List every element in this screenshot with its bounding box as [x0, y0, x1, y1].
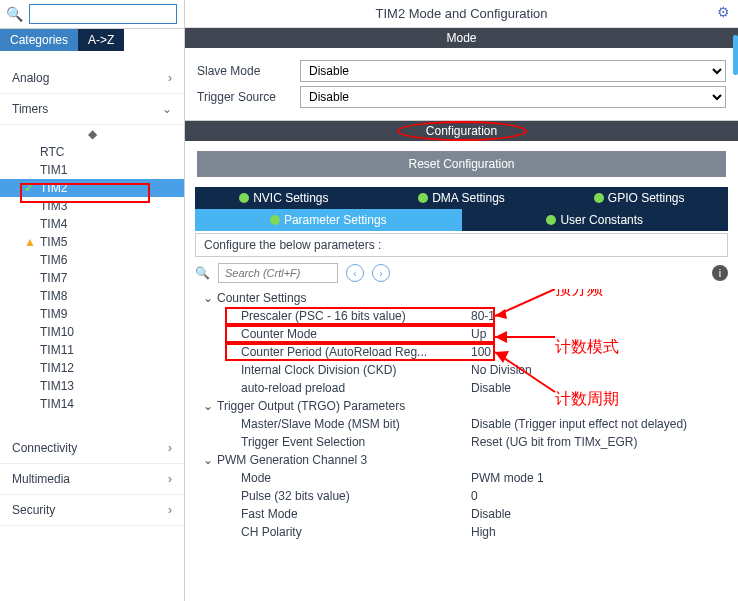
tab-categories[interactable]: Categories	[0, 29, 78, 51]
trigger-source-select[interactable]: Disable	[300, 86, 726, 108]
configuration-bar: Configuration	[185, 121, 738, 141]
cat-timers[interactable]: Timers⌄	[0, 94, 184, 125]
tab-dma[interactable]: DMA Settings	[373, 187, 551, 209]
cat-analog[interactable]: Analog›	[0, 63, 184, 94]
sidebar-item-label: TIM5	[40, 235, 67, 249]
row-counter-mode[interactable]: Counter ModeUp	[195, 325, 728, 343]
row-pulse[interactable]: Pulse (32 bits value)0	[195, 487, 728, 505]
sidebar-search-input[interactable]	[29, 4, 177, 24]
slave-mode-label: Slave Mode	[197, 64, 292, 78]
sidebar-item-tim10[interactable]: TIM10	[0, 323, 184, 341]
cat-multimedia[interactable]: Multimedia›	[0, 464, 184, 495]
sidebar-item-label: TIM6	[40, 253, 67, 267]
cat-connectivity[interactable]: Connectivity›	[0, 433, 184, 464]
check-icon: ✓	[24, 181, 34, 195]
group-label: Trigger Output (TRGO) Parameters	[217, 399, 405, 413]
sidebar-item-label: TIM1	[40, 163, 67, 177]
sidebar-item-tim8[interactable]: TIM8	[0, 287, 184, 305]
row-pwm-mode[interactable]: ModePWM mode 1	[195, 469, 728, 487]
panel-title: TIM2 Mode and Configuration ⚙	[185, 0, 738, 28]
sidebar-item-tim9[interactable]: TIM9	[0, 305, 184, 323]
sidebar-item-label: TIM8	[40, 289, 67, 303]
tab-label: User Constants	[560, 213, 643, 227]
param-key: auto-reload preload	[241, 381, 471, 395]
category-list: Analog› Timers⌄ ◆ RTCTIM1✓TIM2TIM3TIM4▲T…	[0, 51, 184, 601]
sidebar-item-label: TIM3	[40, 199, 67, 213]
row-prescaler[interactable]: Prescaler (PSC - 16 bits value)80-1	[195, 307, 728, 325]
check-icon	[594, 193, 604, 203]
mode-bar: Mode	[185, 28, 738, 48]
chevron-right-icon: ›	[168, 472, 172, 486]
param-key: Counter Mode	[241, 327, 471, 341]
sidebar-item-tim4[interactable]: TIM4	[0, 215, 184, 233]
group-counter[interactable]: ⌄Counter Settings	[195, 289, 728, 307]
tab-user-constants[interactable]: User Constants	[462, 209, 729, 231]
param-key: Internal Clock Division (CKD)	[241, 363, 471, 377]
row-ch-polarity[interactable]: CH PolarityHigh	[195, 523, 728, 541]
param-key: Pulse (32 bits value)	[241, 489, 471, 503]
sidebar-item-rtc[interactable]: RTC	[0, 143, 184, 161]
param-key: Mode	[241, 471, 471, 485]
sidebar-item-tim3[interactable]: TIM3	[0, 197, 184, 215]
row-fast-mode[interactable]: Fast ModeDisable	[195, 505, 728, 523]
gear-icon[interactable]: ⚙	[717, 4, 730, 20]
caret-down-icon: ⌄	[203, 399, 213, 413]
param-val: 80-1	[471, 309, 495, 323]
slave-mode-select[interactable]: Disable	[300, 60, 726, 82]
sort-toggle[interactable]: ◆	[0, 125, 184, 143]
tab-nvic[interactable]: NVIC Settings	[195, 187, 373, 209]
tab-gpio[interactable]: GPIO Settings	[550, 187, 728, 209]
sidebar-item-label: TIM11	[40, 343, 74, 357]
sidebar-item-label: TIM7	[40, 271, 67, 285]
reset-configuration-button[interactable]: Reset Configuration	[197, 151, 726, 177]
sidebar-item-label: RTC	[40, 145, 64, 159]
sidebar-item-tim12[interactable]: TIM12	[0, 359, 184, 377]
cat-label: Multimedia	[12, 472, 70, 486]
group-label: Counter Settings	[217, 291, 306, 305]
row-msm[interactable]: Master/Slave Mode (MSM bit)Disable (Trig…	[195, 415, 728, 433]
param-val: 0	[471, 489, 478, 503]
scrollbar-thumb[interactable]	[733, 35, 738, 75]
param-val: Disable	[471, 507, 511, 521]
configure-hint: Configure the below parameters :	[195, 233, 728, 257]
check-icon	[270, 215, 280, 225]
search-prev-button[interactable]: ‹	[346, 264, 364, 282]
tab-label: GPIO Settings	[608, 191, 685, 205]
cat-security[interactable]: Security›	[0, 495, 184, 526]
group-pwm[interactable]: ⌄PWM Generation Channel 3	[195, 451, 728, 469]
sidebar-item-tim11[interactable]: TIM11	[0, 341, 184, 359]
sidebar-item-label: TIM14	[40, 397, 74, 411]
sidebar-item-tim5[interactable]: ▲TIM5	[0, 233, 184, 251]
row-ckd[interactable]: Internal Clock Division (CKD)No Division	[195, 361, 728, 379]
param-val: Reset (UG bit from TIMx_EGR)	[471, 435, 637, 449]
sidebar-item-tim14[interactable]: TIM14	[0, 395, 184, 413]
info-icon[interactable]: i	[712, 265, 728, 281]
row-counter-period[interactable]: Counter Period (AutoReload Reg...100	[195, 343, 728, 361]
row-auto-reload-preload[interactable]: auto-reload preloadDisable	[195, 379, 728, 397]
check-icon	[418, 193, 428, 203]
param-key: Counter Period (AutoReload Reg...	[241, 345, 471, 359]
search-next-button[interactable]: ›	[372, 264, 390, 282]
sidebar: 🔍 ⌄ ⚙ Categories A->Z Analog› Timers⌄ ◆ …	[0, 0, 185, 601]
param-val: Up	[471, 327, 486, 341]
sidebar-item-tim13[interactable]: TIM13	[0, 377, 184, 395]
param-key: Trigger Event Selection	[241, 435, 471, 449]
param-val: Disable (Trigger input effect not delaye…	[471, 417, 687, 431]
param-val: 100	[471, 345, 491, 359]
param-key: CH Polarity	[241, 525, 471, 539]
sidebar-item-label: TIM9	[40, 307, 67, 321]
sidebar-item-tim1[interactable]: TIM1	[0, 161, 184, 179]
search-icon: 🔍	[195, 266, 210, 280]
group-label: PWM Generation Channel 3	[217, 453, 367, 467]
sidebar-item-tim6[interactable]: TIM6	[0, 251, 184, 269]
trigger-source-label: Trigger Source	[197, 90, 292, 104]
param-val: Disable	[471, 381, 511, 395]
group-trgo[interactable]: ⌄Trigger Output (TRGO) Parameters	[195, 397, 728, 415]
sidebar-item-tim7[interactable]: TIM7	[0, 269, 184, 287]
tab-parameter-settings[interactable]: Parameter Settings	[195, 209, 462, 231]
row-trigger-event[interactable]: Trigger Event SelectionReset (UG bit fro…	[195, 433, 728, 451]
chevron-right-icon: ›	[168, 71, 172, 85]
tab-a-to-z[interactable]: A->Z	[78, 29, 124, 51]
sidebar-item-tim2[interactable]: ✓TIM2	[0, 179, 184, 197]
param-search-input[interactable]	[218, 263, 338, 283]
